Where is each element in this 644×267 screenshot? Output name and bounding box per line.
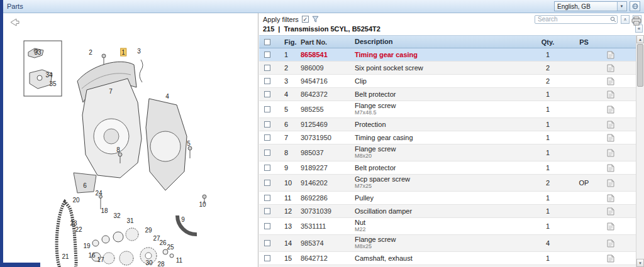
header-description[interactable]: Description bbox=[355, 38, 526, 45]
diagram-label-34[interactable]: 34 bbox=[45, 72, 53, 79]
diagram-label-21[interactable]: 21 bbox=[61, 253, 69, 260]
row-checkbox[interactable] bbox=[264, 240, 270, 246]
note-icon[interactable] bbox=[607, 64, 614, 72]
row-checkbox[interactable] bbox=[264, 52, 270, 58]
search-input[interactable] bbox=[535, 15, 618, 24]
note-icon[interactable] bbox=[607, 77, 614, 85]
row-part-no[interactable]: 8692286 bbox=[301, 194, 355, 202]
note-icon[interactable] bbox=[607, 134, 614, 142]
table-row[interactable]: 2 986009 Six point socket screw 2 bbox=[259, 62, 636, 75]
table-row[interactable]: 13 3531111 Nut M22 1 bbox=[259, 218, 636, 235]
header-fig[interactable]: Fig. bbox=[275, 38, 301, 46]
diagram-label-25[interactable]: 25 bbox=[166, 244, 174, 251]
language-select[interactable]: English, GB ▼ bbox=[554, 1, 627, 11]
print-button[interactable] bbox=[631, 16, 642, 26]
diagram-label-31[interactable]: 31 bbox=[126, 217, 134, 224]
row-checkbox[interactable] bbox=[264, 121, 270, 128]
row-checkbox[interactable] bbox=[264, 223, 270, 229]
table-row[interactable]: 9 9189227 Belt protector 1 bbox=[259, 161, 636, 175]
row-checkbox[interactable] bbox=[264, 106, 270, 112]
diagram-label-5[interactable]: 5 bbox=[186, 140, 191, 147]
diagram-label-10[interactable]: 10 bbox=[198, 201, 206, 208]
row-checkbox[interactable] bbox=[264, 91, 270, 97]
diagram-label-22[interactable]: 22 bbox=[74, 226, 82, 233]
row-checkbox[interactable] bbox=[264, 195, 270, 201]
table-row[interactable]: 6 9125469 Protection 1 bbox=[259, 118, 636, 131]
row-checkbox[interactable] bbox=[264, 78, 270, 84]
diagram-label-19[interactable]: 19 bbox=[82, 242, 91, 249]
diagram-label-24[interactable]: 24 bbox=[94, 190, 103, 197]
note-icon[interactable] bbox=[607, 164, 614, 172]
note-icon[interactable] bbox=[607, 149, 614, 157]
diagram-label-9[interactable]: 9 bbox=[180, 216, 186, 223]
diagram-label-3[interactable]: 3 bbox=[136, 48, 142, 55]
diagram-label-18[interactable]: 18 bbox=[100, 207, 108, 214]
diagram-label-28[interactable]: 28 bbox=[157, 261, 165, 267]
note-icon[interactable] bbox=[607, 179, 614, 187]
table-row[interactable]: 1 8658541 Timing gear casing 1 bbox=[259, 48, 636, 62]
select-all-checkbox[interactable] bbox=[264, 39, 270, 45]
row-part-no[interactable]: 985037 bbox=[301, 149, 355, 156]
diagram-label-16[interactable]: 16 bbox=[87, 252, 96, 259]
row-part-no[interactable]: 985255 bbox=[301, 106, 355, 113]
diagram-label-11[interactable]: 11 bbox=[175, 257, 183, 264]
table-row[interactable]: 11 8692286 Pulley 1 bbox=[259, 192, 636, 205]
previous-match-button[interactable]: ∧ bbox=[621, 15, 630, 24]
row-checkbox[interactable] bbox=[264, 255, 270, 261]
header-ps[interactable]: PS bbox=[570, 38, 598, 46]
row-part-no[interactable]: 3531111 bbox=[301, 222, 355, 230]
row-checkbox[interactable] bbox=[264, 208, 270, 214]
row-checkbox[interactable] bbox=[264, 134, 270, 141]
row-part-no[interactable]: 8642712 bbox=[301, 254, 355, 262]
note-icon[interactable] bbox=[607, 239, 614, 248]
diagram-label-1[interactable]: 1 bbox=[120, 48, 126, 57]
scroll-up-button[interactable]: ▲ bbox=[636, 35, 644, 43]
row-checkbox[interactable] bbox=[264, 165, 270, 171]
table-row[interactable]: 4 8642372 Belt protector 1 bbox=[259, 88, 636, 101]
table-row[interactable]: 5 985255 Flange screw M7x48.5 1 bbox=[259, 101, 636, 118]
search-icon[interactable] bbox=[610, 16, 616, 23]
note-icon[interactable] bbox=[607, 90, 614, 99]
diagram-label-7[interactable]: 7 bbox=[108, 88, 113, 95]
row-part-no[interactable]: 30731950 bbox=[301, 134, 355, 141]
table-row[interactable]: 8 985037 Flange screw M8x20 1 bbox=[259, 144, 636, 161]
diagram-label-29[interactable]: 29 bbox=[144, 227, 152, 234]
note-icon[interactable] bbox=[607, 121, 614, 129]
row-part-no[interactable]: 985374 bbox=[301, 239, 355, 247]
chevron-down-icon[interactable]: ▼ bbox=[617, 2, 626, 11]
row-part-no[interactable]: 8642372 bbox=[301, 90, 355, 98]
row-part-no[interactable]: 9189227 bbox=[301, 164, 355, 172]
apply-filters-checkbox[interactable]: ✓ bbox=[302, 16, 309, 23]
table-row[interactable]: 12 30731039 Oscillation damper 1 bbox=[259, 205, 636, 218]
note-icon[interactable] bbox=[607, 207, 614, 215]
table-row[interactable]: 3 9454716 Clip 2 bbox=[259, 75, 636, 88]
note-icon[interactable] bbox=[607, 106, 614, 114]
table-row[interactable]: 15 8642712 Camshaft, exhaust 1 bbox=[259, 252, 636, 265]
diagram-label-32[interactable]: 32 bbox=[113, 212, 121, 219]
scroll-down-button[interactable]: ▼ bbox=[636, 259, 644, 267]
note-icon[interactable] bbox=[607, 222, 614, 231]
diagram-label-2[interactable]: 2 bbox=[88, 49, 93, 56]
note-icon[interactable] bbox=[607, 51, 614, 59]
note-icon[interactable] bbox=[607, 194, 614, 202]
diagram-label-30[interactable]: 30 bbox=[145, 259, 153, 266]
scrollbar-thumb[interactable] bbox=[637, 44, 643, 87]
table-row[interactable]: 14 985374 Flange screw M8x25 4 bbox=[259, 235, 636, 252]
row-part-no[interactable]: 9454716 bbox=[301, 77, 355, 85]
row-checkbox[interactable] bbox=[264, 65, 270, 71]
diagram-label-8[interactable]: 8 bbox=[116, 146, 121, 153]
back-button[interactable] bbox=[9, 18, 19, 26]
language-options-button[interactable] bbox=[630, 1, 640, 11]
row-part-no[interactable]: 9125469 bbox=[301, 121, 355, 128]
note-icon[interactable] bbox=[607, 254, 614, 263]
diagram-label-17[interactable]: 17 bbox=[96, 256, 104, 263]
table-scrollbar[interactable]: ▲ ▼ bbox=[636, 35, 644, 267]
diagram-label-33[interactable]: 33 bbox=[33, 49, 42, 56]
header-qty[interactable]: Qty. bbox=[526, 38, 570, 46]
row-part-no[interactable]: 8658541 bbox=[301, 51, 355, 58]
filter-funnel-icon[interactable] bbox=[312, 16, 319, 23]
table-row[interactable]: 10 9146202 Gcp spacer screw M7x25 2 OP bbox=[259, 175, 636, 192]
table-row[interactable]: 7 30731950 Timing gear casing 1 bbox=[259, 131, 636, 144]
header-part-no[interactable]: Part No. bbox=[301, 38, 355, 46]
diagram-label-4[interactable]: 4 bbox=[165, 93, 170, 100]
